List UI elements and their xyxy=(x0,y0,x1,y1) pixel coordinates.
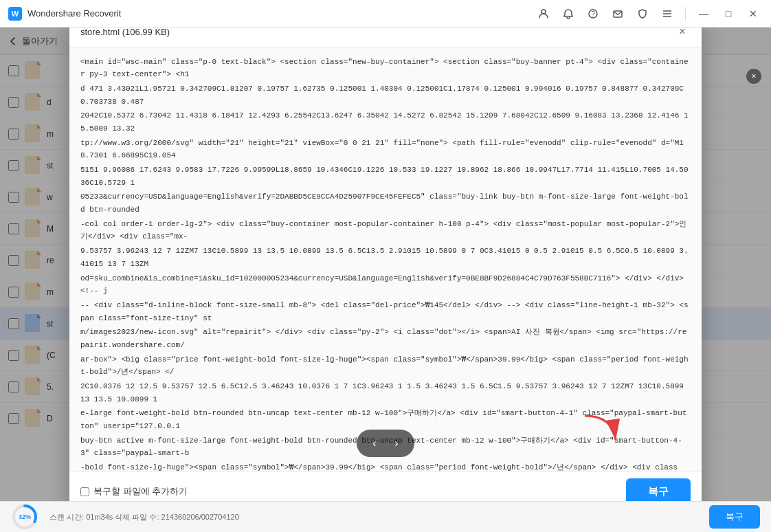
svg-point-2 xyxy=(541,10,546,14)
code-line: <main id="wsc-main" class="p-0 text-blac… xyxy=(80,56,691,81)
svg-text:?: ? xyxy=(591,10,595,18)
modal-close-button[interactable]: × xyxy=(674,27,691,40)
shield-icon[interactable] xyxy=(633,4,652,23)
preview-modal: store.html (106.99 KB) × <main id="wsc-m… xyxy=(69,27,702,501)
notification-icon[interactable] xyxy=(559,4,578,23)
modal-overlay: × store.html (106.99 KB) × <main id="wsc… xyxy=(0,27,771,501)
close-button[interactable]: ✕ xyxy=(744,4,763,23)
recover-button[interactable]: 복구 xyxy=(626,478,691,502)
code-line: od=sku_combine&is_combine=1&sku_id=10200… xyxy=(80,272,691,298)
menu-icon[interactable] xyxy=(658,4,677,23)
code-line: 9.53757 3.96243 12 7 12ZM7 13C10.5899 13… xyxy=(80,245,691,270)
code-line: -col col order-1 order-lg-2"> <div class… xyxy=(80,218,691,243)
app-title: Wondershare Recoverit xyxy=(27,8,534,19)
svg-text:W: W xyxy=(12,10,19,18)
code-content: <main id="wsc-main" class="p-0 text-blac… xyxy=(69,47,702,471)
app-logo: W xyxy=(8,7,22,21)
user-icon[interactable] xyxy=(534,4,553,23)
checkbox-text: 복구할 파일에 추가하기 xyxy=(93,485,188,498)
title-bar: W Wondershare Recoverit ? — □ xyxy=(0,0,771,27)
nav-arrows: ‹ › xyxy=(357,430,414,457)
minimize-button[interactable]: — xyxy=(694,4,713,23)
bottom-bar: 32% 스캔 시간: 01m34s 삭제 파일 수: 214360206/002… xyxy=(0,501,771,532)
code-line: 2C10.0376 12 12.5 9.53757 12.5 6.5C12.5 … xyxy=(80,380,691,406)
code-line: 05233&currency=USD&language=English&veri… xyxy=(80,190,691,216)
modal-title: store.html (106.99 KB) xyxy=(80,27,674,37)
email-icon[interactable] xyxy=(608,4,627,23)
modal-footer: 복구할 파일에 추가하기 복구 xyxy=(69,471,702,502)
title-bar-controls: ? — □ ✕ xyxy=(534,4,763,23)
help-icon[interactable]: ? xyxy=(583,4,603,23)
progress-text: 32% xyxy=(19,513,31,520)
scan-info: 스캔 시간: 01m34s 삭제 파일 수: 214360206/0027041… xyxy=(49,512,698,522)
code-line: 5151 9.96086 17.6243 9.9583 17.7226 9.99… xyxy=(80,164,691,189)
code-line: 2042C10.5372 6.73042 11.4318 6.18417 12.… xyxy=(80,109,691,135)
bottom-recover-button[interactable]: 복구 xyxy=(709,505,760,529)
maximize-button[interactable]: □ xyxy=(719,4,738,23)
code-line: ar-box"> <big class="price font-weight-b… xyxy=(80,353,691,379)
code-line: -- <div class="d-inline-block font-size-… xyxy=(80,299,691,324)
code-line: -bold font-size-lg-huge"><span class="sy… xyxy=(80,461,691,470)
edge-close-button[interactable]: × xyxy=(746,69,761,84)
code-line: tp://www.w3.org/2000/svg" width="21" hei… xyxy=(80,137,691,162)
app-window: W Wondershare Recoverit ? — □ xyxy=(0,0,771,532)
main-content: 돌아가기 d m xyxy=(0,27,771,501)
modal-header: store.html (106.99 KB) × xyxy=(69,27,702,47)
progress-indicator: 32% xyxy=(11,503,38,531)
add-to-recover-label[interactable]: 복구할 파일에 추가하기 xyxy=(80,485,188,498)
code-line: m/images2023/new-icon.svg" alt="repairit… xyxy=(80,326,691,351)
add-to-recover-checkbox[interactable] xyxy=(80,487,89,496)
code-line: d 471 3.43021L1.95721 0.342709C1.81207 0… xyxy=(80,82,691,108)
next-button[interactable]: › xyxy=(387,434,406,453)
prev-button[interactable]: ‹ xyxy=(365,434,384,453)
